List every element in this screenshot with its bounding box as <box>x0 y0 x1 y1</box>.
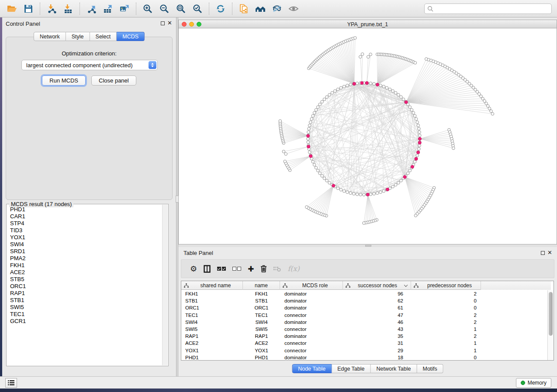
cell-mcds_role: dominator <box>280 355 343 360</box>
close-panel-icon[interactable]: ✕ <box>547 249 552 256</box>
splitter-grip[interactable] <box>365 245 371 247</box>
mcds-result-item[interactable]: PHD1 <box>7 206 162 213</box>
tab-network[interactable]: Network <box>34 32 66 41</box>
column-header-MCDS-role[interactable]: MCDS role <box>280 281 343 290</box>
task-history-button[interactable] <box>5 378 17 388</box>
mcds-result-item[interactable]: SWI4 <box>7 241 162 248</box>
houses-button[interactable] <box>252 2 269 16</box>
open-folder-icon <box>7 3 17 14</box>
status-bar: Memory <box>0 376 557 389</box>
network-window-title: YPA_prune.txt_1 <box>179 21 557 28</box>
duplicate-network-icon <box>239 3 249 14</box>
zoom-selected-button[interactable] <box>189 2 206 16</box>
houses-icon <box>255 3 266 14</box>
network-window-titlebar[interactable]: YPA_prune.txt_1 <box>179 20 557 28</box>
column-header-shared-name[interactable]: shared name <box>181 281 243 290</box>
zoom-out-button[interactable] <box>156 2 173 16</box>
column-header-successor-nodes[interactable]: successor nodes <box>343 281 411 290</box>
tab-select[interactable]: Select <box>90 32 117 41</box>
network-canvas[interactable] <box>179 28 557 244</box>
export-image-button[interactable] <box>116 2 133 16</box>
float-panel-icon[interactable] <box>541 251 545 255</box>
search-box[interactable] <box>424 3 552 14</box>
network-graph[interactable] <box>179 28 557 244</box>
column-header-name[interactable]: name <box>243 281 280 290</box>
columns-button[interactable] <box>204 264 211 274</box>
table-row[interactable]: SWI4SWI4dominator462 <box>181 319 547 326</box>
tab-node-table[interactable]: Node Table <box>292 364 332 373</box>
search-input[interactable] <box>434 4 551 13</box>
column-type-icon <box>184 283 189 288</box>
table-row[interactable]: STB1STB1dominator620 <box>181 297 547 304</box>
table-row[interactable]: SWI5SWI5connector431 <box>181 326 547 333</box>
delete-button[interactable] <box>260 264 267 274</box>
scrollbar-thumb[interactable] <box>549 292 553 336</box>
open-folder-button[interactable] <box>3 2 20 16</box>
settings-button[interactable]: ⚙ <box>190 264 197 274</box>
import-table-button[interactable] <box>60 2 76 16</box>
export-table-button[interactable] <box>100 2 116 16</box>
column-label: shared name <box>189 282 242 289</box>
birds-eye-button[interactable] <box>285 2 302 16</box>
table-row[interactable]: ACE2ACE2connector311 <box>181 340 547 347</box>
table-row[interactable]: TEC1TEC1connector472 <box>181 312 547 319</box>
table-row[interactable]: RAP1RAP1dominator352 <box>181 333 547 340</box>
criterion-dropdown[interactable]: largest connected component (undirected) <box>21 60 158 70</box>
close-panel-icon[interactable]: ✕ <box>167 20 172 26</box>
cell-predecessor_nodes: 0 <box>411 298 481 303</box>
mcds-result-item[interactable]: RAP1 <box>7 290 162 297</box>
refresh-button[interactable] <box>212 2 229 16</box>
column-header-predecessor-nodes[interactable]: predecessor nodes <box>411 281 481 290</box>
cell-shared_name: ACE2 <box>181 340 243 346</box>
mcds-result-item[interactable]: YOX1 <box>7 234 162 241</box>
mcds-list-scrollbar[interactable] <box>162 205 168 365</box>
mcds-result-item[interactable]: SRD1 <box>7 248 162 255</box>
mcds-result-item[interactable]: FKH1 <box>7 262 162 269</box>
tab-mcds[interactable]: MCDS <box>117 32 145 41</box>
mcds-result-item[interactable]: TID3 <box>7 227 162 234</box>
select-all-button[interactable] <box>217 264 226 274</box>
table-row[interactable]: PHD1PHD1dominator180 <box>181 354 547 360</box>
mcds-result-item[interactable]: STP4 <box>7 220 162 227</box>
mcds-result-item[interactable]: GCR1 <box>7 318 162 325</box>
cell-mcds_role: dominator <box>280 298 343 303</box>
duplicate-network-button[interactable] <box>235 2 252 16</box>
mcds-result-item[interactable]: ORC1 <box>7 283 162 290</box>
mcds-result-item[interactable]: SWI5 <box>7 304 162 311</box>
zoom-selected-icon <box>192 3 203 14</box>
table-row[interactable]: FKH1FKH1dominator962 <box>181 290 547 297</box>
save-button[interactable] <box>20 2 37 16</box>
mcds-result-item[interactable]: PMA2 <box>7 255 162 262</box>
tab-edge-table[interactable]: Edge Table <box>332 364 370 373</box>
mcds-result-list[interactable]: PHD1CAR1STP4TID3YOX1SWI4SRD1PMA2FKH1ACE2… <box>7 206 162 365</box>
close-panel-button[interactable]: Close panel <box>91 76 136 86</box>
float-panel-icon[interactable] <box>161 21 165 25</box>
column-type-icon <box>283 283 287 288</box>
tab-motifs[interactable]: Motifs <box>417 364 443 373</box>
mcds-result-item[interactable]: CAR1 <box>7 213 162 220</box>
hide-graphics-details-button[interactable] <box>269 2 285 16</box>
cell-predecessor_nodes: 2 <box>411 313 481 318</box>
tab-network-table[interactable]: Network Table <box>371 364 417 373</box>
toolbar-separator <box>80 3 80 15</box>
save-icon <box>23 3 34 14</box>
mcds-result-item[interactable]: ACE2 <box>7 269 162 276</box>
zoom-fit-button[interactable] <box>173 2 189 16</box>
run-mcds-button[interactable]: Run MCDS <box>42 76 86 86</box>
delete-icon <box>260 265 267 272</box>
mcds-result-item[interactable]: STB5 <box>7 276 162 283</box>
zoom-in-button[interactable] <box>139 2 156 16</box>
table-row[interactable]: YOX1YOX1connector291 <box>181 347 547 354</box>
deselect-all-button[interactable] <box>232 264 241 274</box>
cell-shared_name: RAP1 <box>181 334 243 339</box>
export-network-button[interactable] <box>83 2 100 16</box>
mcds-result-item[interactable]: TEC1 <box>7 311 162 318</box>
table-row[interactable]: ORC1ORC1dominator610 <box>181 304 547 311</box>
add-button[interactable]: ✚ <box>248 264 254 274</box>
import-network-button[interactable] <box>43 2 60 16</box>
mcds-result-item[interactable]: STB1 <box>7 297 162 304</box>
memory-button[interactable]: Memory <box>516 378 551 388</box>
table-scrollbar[interactable] <box>547 290 554 360</box>
tab-style[interactable]: Style <box>66 32 90 41</box>
cell-successor_nodes: 62 <box>343 298 411 303</box>
